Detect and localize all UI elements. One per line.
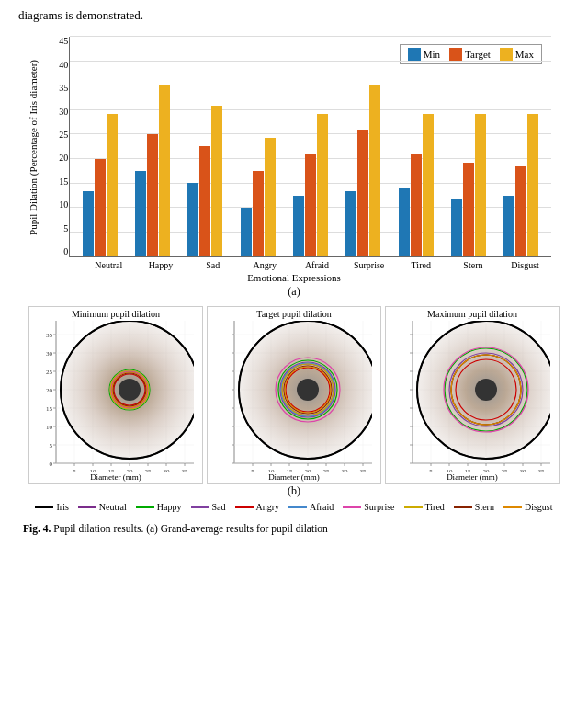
bar-target-sad bbox=[199, 146, 210, 256]
bar-min-angry bbox=[241, 208, 252, 256]
x-label: Surprise bbox=[351, 260, 388, 270]
bars-area: 051015202530354045 bbox=[69, 37, 551, 257]
legend-iris: Iris bbox=[35, 502, 68, 512]
y-tick: 15 bbox=[42, 177, 68, 187]
legend-sad: Sad bbox=[191, 502, 226, 512]
svg-text:0: 0 bbox=[50, 460, 53, 468]
svg-text:35: 35 bbox=[46, 332, 53, 339]
legend-happy: Happy bbox=[136, 502, 182, 512]
bar-max-sad bbox=[211, 106, 222, 256]
bar-max-afraid bbox=[317, 114, 328, 257]
svg-text:30: 30 bbox=[520, 468, 527, 472]
svg-text:25: 25 bbox=[323, 468, 331, 472]
x-label: Happy bbox=[142, 260, 179, 270]
bar-group bbox=[135, 85, 170, 257]
legend-label-sad: Sad bbox=[212, 502, 226, 512]
svg-text:15: 15 bbox=[46, 405, 53, 413]
y-tick: 5 bbox=[42, 224, 68, 233]
figure-container: Min Target Max Pupil Dilation (Percentag… bbox=[0, 28, 588, 545]
y-ticks: 051015202530354045 bbox=[42, 37, 68, 256]
x-label: Disgust bbox=[507, 260, 544, 270]
svg-text:5: 5 bbox=[73, 468, 76, 472]
svg-text:25: 25 bbox=[46, 369, 53, 376]
svg-text:5: 5 bbox=[50, 442, 53, 449]
y-tick: 0 bbox=[42, 247, 68, 256]
legend-line-angry bbox=[235, 506, 254, 508]
eye-x-label-0: Diameter (mm) bbox=[90, 472, 141, 483]
y-tick: 40 bbox=[42, 61, 68, 70]
y-tick: 45 bbox=[42, 37, 68, 46]
top-text: diagrams is demonstrated. bbox=[0, 0, 588, 28]
eye-panel-title-2: Maximum pupil dilation bbox=[427, 307, 517, 321]
caption-text: Pupil dilation results. (a) Grand-averag… bbox=[53, 523, 328, 534]
x-label: Neutral bbox=[90, 260, 127, 270]
x-label: Sad bbox=[195, 260, 232, 270]
bar-groups bbox=[70, 37, 551, 256]
x-label: Afraid bbox=[299, 260, 335, 270]
eye-svg-1: 510152025303540 bbox=[216, 321, 372, 472]
chart-inner: 051015202530354045 bbox=[41, 37, 560, 257]
bar-max-happy bbox=[159, 85, 170, 257]
eye-svg-0: 0510152025303540510152025303540 bbox=[38, 321, 194, 472]
legend-label-tired: Tired bbox=[425, 502, 445, 512]
bar-min-tired bbox=[399, 188, 410, 257]
legend-line-happy bbox=[136, 506, 154, 508]
svg-text:30: 30 bbox=[164, 468, 171, 472]
x-axis-labels: NeutralHappySadAngryAfraidSurpriseTiredS… bbox=[83, 260, 551, 270]
fig-number: Fig. 4. bbox=[23, 523, 51, 534]
bar-target-happy bbox=[147, 134, 158, 256]
svg-point-54 bbox=[119, 379, 141, 401]
bar-target-tired bbox=[411, 154, 422, 256]
legend-line-iris bbox=[35, 506, 53, 508]
bar-min-neutral bbox=[83, 191, 94, 256]
legend-label-disgust: Disgust bbox=[525, 502, 553, 512]
legend-line-disgust bbox=[503, 506, 522, 508]
color-legend: IrisNeutralHappySadAngryAfraidSurpriseTi… bbox=[18, 502, 570, 512]
bar-max-disgust bbox=[527, 114, 538, 257]
svg-text:35: 35 bbox=[538, 468, 546, 472]
legend-label-stern: Stern bbox=[475, 502, 494, 512]
bar-group bbox=[451, 114, 486, 257]
eye-x-label-2: Diameter (mm) bbox=[447, 472, 498, 483]
eye-panel-2: Maximum pupil dilation510152025303540Dia… bbox=[385, 306, 560, 484]
bar-target-angry bbox=[253, 171, 264, 256]
bar-group bbox=[503, 114, 538, 257]
bar-group bbox=[83, 114, 118, 257]
bar-min-sad bbox=[187, 183, 198, 256]
legend-line-sad bbox=[191, 506, 209, 508]
legend-line-surprise bbox=[343, 506, 361, 508]
svg-text:30: 30 bbox=[46, 350, 53, 358]
fig-caption: Fig. 4. Pupil dilation results. (a) Gran… bbox=[9, 516, 579, 545]
legend-tired: Tired bbox=[404, 502, 445, 512]
bar-max-surprise bbox=[369, 85, 380, 257]
bar-group bbox=[187, 106, 222, 256]
legend-afraid: Afraid bbox=[288, 502, 334, 512]
legend-label-neutral: Neutral bbox=[99, 502, 127, 512]
y-axis-label: Pupil Dilation (Percentage of Iris diame… bbox=[28, 60, 40, 235]
bar-group bbox=[293, 114, 328, 257]
legend-label-iris: Iris bbox=[56, 502, 68, 512]
legend-label-afraid: Afraid bbox=[310, 502, 334, 512]
svg-point-166 bbox=[475, 379, 497, 401]
x-label: Tired bbox=[402, 260, 439, 270]
svg-text:35: 35 bbox=[182, 468, 189, 472]
y-tick: 35 bbox=[42, 84, 68, 93]
legend-stern: Stern bbox=[454, 502, 494, 512]
y-tick: 25 bbox=[42, 131, 68, 140]
legend-label-surprise: Surprise bbox=[364, 502, 394, 512]
y-tick: 20 bbox=[42, 153, 68, 163]
x-label: Stern bbox=[455, 260, 492, 270]
svg-text:25: 25 bbox=[145, 468, 153, 472]
bar-target-stern bbox=[463, 163, 474, 256]
subfig-label-b: (b) bbox=[9, 484, 579, 498]
bar-target-disgust bbox=[515, 166, 526, 256]
svg-text:30: 30 bbox=[342, 468, 349, 472]
svg-text:5: 5 bbox=[251, 468, 254, 472]
legend-neutral: Neutral bbox=[78, 502, 127, 512]
legend-label-angry: Angry bbox=[256, 502, 280, 512]
legend-angry: Angry bbox=[235, 502, 280, 512]
eye-panel-0: Minimum pupil dilation051015202530354051… bbox=[28, 306, 203, 484]
bar-target-surprise bbox=[357, 130, 368, 256]
svg-text:10: 10 bbox=[46, 424, 53, 431]
bar-target-neutral bbox=[95, 159, 106, 257]
